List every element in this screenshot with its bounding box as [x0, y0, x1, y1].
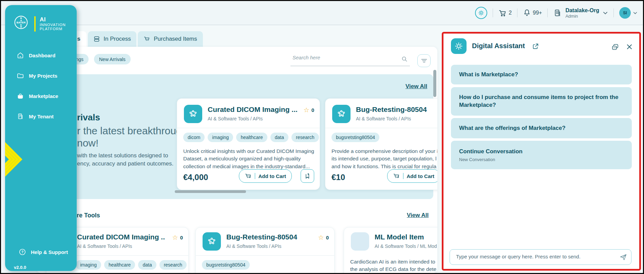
divider	[517, 8, 517, 17]
product-title: Curated DICOM Imaging ...	[77, 233, 165, 241]
rating-value: 0	[311, 107, 314, 113]
product-title: Bug-Retesting-80504	[356, 105, 427, 114]
product-card[interactable]: ML Model Item AI & Software Tools / ML M…	[344, 227, 437, 273]
divider	[325, 128, 437, 128]
product-category: AI & Software Tools / APIs	[208, 116, 263, 121]
question-circle-icon: ?	[19, 248, 26, 256]
banner-line2: now!	[77, 137, 98, 149]
suggestion-how-to-purchase[interactable]: How do I purchase and consume items to p…	[451, 87, 632, 116]
cart-count: 2	[509, 10, 512, 16]
product-card[interactable]: Bug-Retesting-80504 AI & Software Tools …	[325, 98, 437, 190]
app-window: 2 99+ Datalake-Org Admin	[0, 0, 644, 274]
product-card[interactable]: Bug-Retesting-80504 ☆ 0 AI & Software To…	[195, 227, 335, 273]
sidebar-item-label: My Projects	[29, 73, 57, 79]
network-brain-icon	[336, 109, 346, 119]
suggestion-what-is-marketplace[interactable]: What is Marketplace?	[451, 65, 632, 84]
banner-heading: rivals	[77, 112, 100, 123]
sidebar-item-my-projects[interactable]: My Projects	[17, 71, 57, 80]
view-all-link[interactable]: View All	[405, 83, 427, 90]
search-input[interactable]	[292, 54, 395, 61]
divider	[177, 128, 320, 128]
search-bar	[290, 52, 410, 66]
bell-icon	[523, 9, 531, 17]
tab-label: In Process	[103, 36, 131, 42]
network-brain-icon	[188, 109, 198, 119]
suggestion-label: What are the offerings of Marketplace?	[459, 124, 622, 132]
user-menu[interactable]: SI	[619, 7, 638, 19]
top-header: 2 99+ Datalake-Org Admin	[1, 1, 643, 25]
view-all-link[interactable]: View All	[407, 212, 429, 219]
bookmark-button[interactable]	[301, 169, 314, 183]
cart-plus-icon	[245, 173, 252, 180]
product-icon	[203, 232, 221, 251]
chevron-decoration	[5, 117, 34, 202]
open-external-icon[interactable]	[532, 43, 539, 50]
product-description: CardioScan AI is an item intended to the…	[350, 258, 437, 273]
tag: bugsretsting80504	[202, 260, 250, 270]
product-description: Provide a comprehensive description of y…	[332, 148, 437, 170]
org-role: Admin	[565, 14, 599, 19]
add-to-cart-button[interactable]: Add to Cart	[239, 169, 292, 183]
app-version: v2.0.0	[14, 265, 26, 270]
divider	[403, 173, 404, 179]
tab-in-process[interactable]: In Process	[88, 31, 136, 47]
chip-label: New Arrivals	[99, 57, 126, 62]
horizontal-scrollbar-thumb[interactable]	[175, 190, 246, 193]
section-title: re Tools	[77, 212, 100, 219]
brand-ai: AI	[40, 16, 46, 23]
main-content: atings New Arrivals View All rivals r th…	[36, 47, 437, 273]
tag-row: imaging healthcare data research	[76, 260, 187, 270]
home-icon	[17, 52, 24, 59]
divider	[493, 8, 493, 17]
close-icon[interactable]	[626, 43, 633, 50]
chip-new-arrivals[interactable]: New Arrivals	[94, 54, 131, 64]
product-rating: ☆ 0	[304, 107, 314, 113]
tag: dicom	[183, 133, 205, 142]
product-rating: ☆ 0	[172, 234, 183, 241]
vertical-scrollbar-thumb[interactable]	[433, 70, 436, 97]
send-icon[interactable]	[620, 253, 627, 261]
cart-plus-icon	[393, 173, 400, 180]
assistant-gear-badge[interactable]	[475, 7, 487, 19]
tab-label: s	[77, 36, 80, 42]
sidebar-item-help-support[interactable]: ? Help & Support	[19, 247, 68, 257]
rating-value: 0	[326, 235, 329, 240]
brand-line2: PLATFORM	[40, 27, 62, 31]
brand-line1: INNOVATION	[40, 23, 66, 27]
suggestion-label: How do I purchase and consume items to p…	[459, 94, 622, 109]
svg-text:A: A	[20, 19, 22, 22]
notifications-button[interactable]: 99+	[523, 9, 542, 17]
product-category: AI & Software Tools / ML Mod	[375, 243, 437, 249]
product-icon-placeholder	[351, 232, 369, 251]
product-title: Bug-Retesting-80504	[226, 233, 297, 241]
suggestion-continue-conversation[interactable]: Continue Conversation New Conversation	[451, 141, 632, 169]
filter-button[interactable]	[417, 54, 431, 67]
notification-count: 99+	[533, 10, 542, 16]
chat-history-icon[interactable]	[611, 43, 619, 51]
cart-button[interactable]: 2	[498, 9, 512, 17]
star-icon: ☆	[318, 234, 324, 241]
svg-text:?: ?	[21, 250, 23, 254]
search-icon[interactable]	[401, 56, 408, 62]
product-category: AI & Software Tools / APIs	[226, 243, 281, 249]
svg-text:R: R	[20, 26, 22, 28]
suggestion-sublabel: New Conversation	[459, 157, 622, 162]
assistant-message-input[interactable]	[455, 253, 613, 260]
star-icon: ☆	[304, 107, 309, 113]
suggestion-offerings[interactable]: What are the offerings of Marketplace?	[451, 118, 632, 138]
assistant-title: Digital Assistant	[472, 42, 525, 50]
add-to-cart-button[interactable]: Add to Cart	[387, 169, 437, 183]
tab-purchased-items[interactable]: Purchased Items	[138, 31, 203, 47]
product-icon	[332, 105, 351, 123]
org-switcher[interactable]: Datalake-Org Admin	[553, 7, 608, 19]
suggestion-label: What is Marketplace?	[459, 71, 622, 79]
product-card[interactable]: Curated DICOM Imaging ... ☆ 0 AI & Softw…	[177, 98, 320, 190]
product-title: Curated DICOM Imaging ...	[208, 105, 298, 114]
sidebar-item-dashboard[interactable]: Dashboard	[17, 51, 55, 60]
network-brain-icon	[207, 236, 217, 247]
banner-body2: ency, accuracy and patient outcomes.	[77, 160, 173, 168]
product-price: €10	[332, 173, 345, 182]
divider	[613, 8, 614, 17]
sidebar-item-marketplace[interactable]: Marketplace	[17, 91, 58, 101]
bag-icon	[17, 92, 24, 100]
